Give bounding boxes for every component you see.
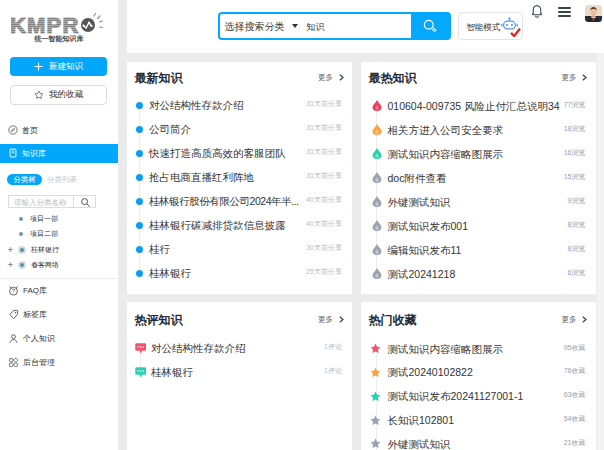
svg-text:KMPR: KMPR — [11, 13, 80, 37]
